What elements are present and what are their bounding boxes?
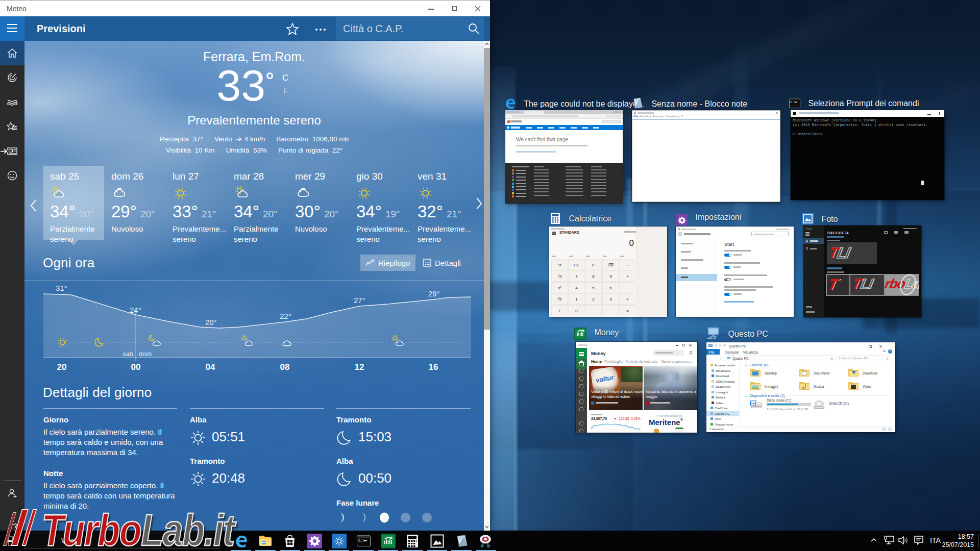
svg-text:sab: sab (122, 350, 133, 358)
svg-text:27°: 27° (354, 296, 365, 305)
svg-text:24°: 24° (130, 306, 141, 314)
svg-text:08: 08 (280, 362, 290, 372)
svg-text:C:\: C:\ (358, 539, 365, 543)
svg-text:04: 04 (206, 362, 215, 372)
svg-text:12: 12 (355, 362, 364, 372)
svg-text:29°: 29° (428, 289, 440, 298)
svg-text:20: 20 (57, 362, 67, 372)
svg-text:31°: 31° (56, 284, 67, 292)
svg-text:dom: dom (139, 350, 152, 358)
svg-text:16: 16 (429, 362, 438, 372)
svg-text:22°: 22° (280, 312, 291, 320)
svg-text:20°: 20° (205, 318, 217, 327)
svg-text:00: 00 (131, 362, 141, 372)
